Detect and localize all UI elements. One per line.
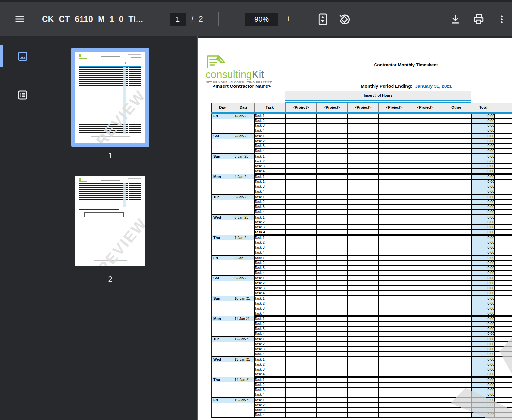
project-hours-cell bbox=[317, 169, 348, 174]
zoom-out-button[interactable]: − bbox=[225, 2, 231, 36]
total-cell: 0.00 bbox=[472, 204, 495, 209]
other-hours-cell bbox=[441, 276, 472, 281]
timesheet-row: Task 30.00 bbox=[212, 184, 512, 189]
day-cell: Mon bbox=[212, 316, 233, 336]
timesheet-row: Task 30.00 bbox=[212, 306, 512, 311]
day-label: Sun bbox=[212, 154, 233, 159]
mini-text-line bbox=[128, 178, 141, 179]
task-cell: Task 3 bbox=[254, 286, 285, 291]
other-hours-cell bbox=[441, 169, 472, 174]
fit-to-page-button[interactable] bbox=[315, 12, 331, 27]
print-button[interactable] bbox=[470, 12, 487, 27]
other-hours-cell bbox=[441, 362, 472, 367]
project-hours-cell bbox=[317, 118, 348, 123]
timesheet-row: Task 40.00 bbox=[212, 189, 512, 194]
other-hours-cell bbox=[441, 321, 472, 326]
project-hours-cell bbox=[379, 209, 410, 215]
other-hours-cell bbox=[441, 143, 472, 148]
project-hours-cell bbox=[285, 301, 317, 306]
comments-cell bbox=[495, 225, 512, 230]
total-cell: 0.00 bbox=[472, 397, 495, 403]
page-thumbnail-2[interactable]: PREVIEW bbox=[75, 176, 145, 266]
more-options-button[interactable] bbox=[495, 12, 508, 27]
zoom-level[interactable]: 90% bbox=[245, 13, 278, 26]
project-hours-cell bbox=[410, 387, 441, 392]
zoom-in-button[interactable]: + bbox=[285, 2, 291, 36]
mini-comments-rows bbox=[129, 183, 141, 204]
total-cell: 0.00 bbox=[472, 367, 495, 372]
project-hours-cell bbox=[317, 265, 348, 270]
download-button[interactable] bbox=[447, 12, 464, 27]
project-hours-cell bbox=[410, 148, 441, 154]
comments-cell bbox=[495, 357, 512, 362]
task-cell: Task 3 bbox=[254, 123, 285, 128]
comments-cell bbox=[495, 392, 512, 397]
total-cell: 0.00 bbox=[472, 230, 495, 235]
project-hours-cell bbox=[285, 270, 317, 276]
outline-view-button[interactable] bbox=[14, 86, 31, 104]
project-hours-cell bbox=[379, 291, 410, 296]
project-hours-cell bbox=[348, 377, 379, 382]
date-label: 9-Jan-21 bbox=[233, 276, 254, 281]
page-thumbnail-1[interactable]: PREVIEW bbox=[75, 52, 145, 143]
other-hours-cell bbox=[441, 240, 472, 245]
project-hours-cell bbox=[285, 281, 317, 286]
comments-cell bbox=[495, 326, 512, 331]
project-hours-cell bbox=[410, 174, 441, 179]
comments-cell bbox=[495, 316, 512, 321]
project-hours-cell bbox=[410, 306, 441, 311]
project-hours-cell bbox=[410, 220, 441, 225]
project-hours-cell bbox=[379, 336, 410, 342]
project-hours-cell bbox=[285, 169, 317, 174]
date-label: 12-Jan-21 bbox=[233, 337, 254, 342]
page-number-input[interactable] bbox=[170, 13, 186, 26]
rotate-button[interactable] bbox=[336, 12, 353, 27]
task-cell: Task 4 bbox=[254, 148, 285, 154]
project-hours-cell bbox=[379, 225, 410, 230]
project-hours-cell bbox=[285, 204, 317, 209]
project-hours-cell bbox=[317, 220, 348, 225]
project-hours-cell bbox=[285, 250, 317, 255]
project-hours-cell bbox=[348, 276, 379, 281]
project-hours-cell bbox=[379, 148, 410, 154]
project-hours-cell bbox=[410, 367, 441, 372]
date-label: 7-Jan-21 bbox=[233, 235, 254, 240]
project-hours-cell bbox=[348, 118, 379, 123]
timesheet-row: Task 20.00 bbox=[212, 321, 512, 326]
task-cell: Task 4 bbox=[254, 392, 285, 397]
other-hours-cell bbox=[441, 118, 472, 123]
date-cell: 1-Jan-21 bbox=[233, 113, 254, 133]
project-hours-cell bbox=[379, 204, 410, 209]
timesheet-row: Task 40.00 bbox=[212, 250, 512, 255]
project-hours-cell bbox=[317, 215, 348, 220]
column-header: <Project> bbox=[285, 103, 317, 113]
project-hours-cell bbox=[317, 235, 348, 240]
menu-button[interactable] bbox=[12, 12, 27, 26]
timesheet-row: Task 30.00 bbox=[212, 225, 512, 230]
task-cell: Task 4 bbox=[254, 128, 285, 133]
mini-table-rows bbox=[79, 183, 128, 206]
thumbnails-view-button[interactable] bbox=[14, 48, 31, 65]
project-hours-cell bbox=[317, 408, 348, 412]
project-hours-cell bbox=[348, 331, 379, 336]
total-cell: 0.00 bbox=[472, 255, 495, 260]
image-icon bbox=[17, 51, 28, 62]
comments-cell bbox=[495, 235, 512, 240]
day-cell: Thu bbox=[212, 235, 233, 255]
project-hours-cell bbox=[410, 403, 441, 408]
date-cell: 14-Jan-21 bbox=[233, 377, 254, 397]
other-hours-cell bbox=[441, 255, 472, 260]
total-cell: 0.00 bbox=[472, 148, 495, 154]
consultingkit-logo-icon bbox=[207, 55, 225, 69]
timesheet-row: Wed13-Jan-21Task 10.00 bbox=[212, 357, 512, 362]
project-hours-cell bbox=[317, 154, 348, 159]
task-cell: Task 1 bbox=[254, 215, 285, 220]
project-hours-cell bbox=[410, 265, 441, 270]
project-hours-cell bbox=[285, 306, 317, 311]
project-hours-cell bbox=[348, 113, 379, 118]
other-hours-cell bbox=[441, 113, 472, 118]
date-cell: 13-Jan-21 bbox=[233, 357, 254, 377]
timesheet-row: Task 30.00 bbox=[212, 143, 512, 148]
total-cell: 0.00 bbox=[472, 357, 495, 362]
other-hours-cell bbox=[441, 154, 472, 159]
